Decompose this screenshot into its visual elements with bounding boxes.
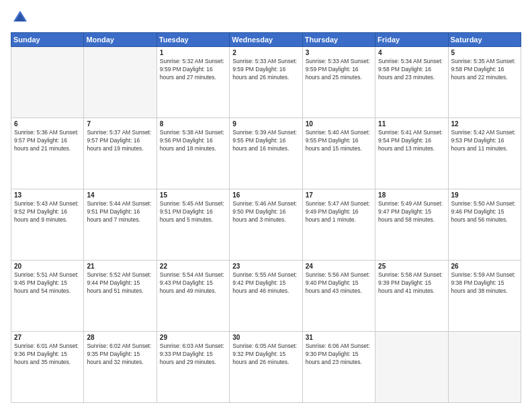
day-info: Sunrise: 5:51 AM Sunset: 9:45 PM Dayligh…	[14, 271, 81, 295]
calendar-cell	[84, 47, 157, 118]
day-info: Sunrise: 5:39 AM Sunset: 9:55 PM Dayligh…	[232, 129, 299, 153]
day-info: Sunrise: 5:35 AM Sunset: 9:58 PM Dayligh…	[451, 58, 518, 82]
day-number: 3	[306, 49, 372, 56]
calendar-cell: 15Sunrise: 5:45 AM Sunset: 9:51 PM Dayli…	[157, 189, 229, 261]
day-number: 24	[306, 263, 372, 270]
calendar-week-5: 27Sunrise: 6:01 AM Sunset: 9:36 PM Dayli…	[11, 332, 521, 403]
calendar-header-sunday: Sunday	[11, 33, 84, 47]
day-number: 9	[232, 120, 299, 128]
day-number: 26	[451, 263, 518, 270]
day-info: Sunrise: 5:40 AM Sunset: 9:55 PM Dayligh…	[306, 129, 372, 153]
calendar-cell	[11, 47, 84, 118]
day-number: 15	[160, 191, 226, 199]
calendar-cell: 17Sunrise: 5:47 AM Sunset: 9:49 PM Dayli…	[302, 189, 375, 261]
calendar-header-tuesday: Tuesday	[157, 33, 229, 47]
day-number: 11	[378, 120, 445, 128]
day-info: Sunrise: 6:06 AM Sunset: 9:30 PM Dayligh…	[306, 342, 372, 367]
day-info: Sunrise: 5:58 AM Sunset: 9:39 PM Dayligh…	[378, 271, 445, 295]
day-number: 29	[160, 334, 226, 341]
day-info: Sunrise: 5:44 AM Sunset: 9:51 PM Dayligh…	[87, 200, 153, 224]
calendar-cell: 12Sunrise: 5:42 AM Sunset: 9:53 PM Dayli…	[448, 118, 521, 189]
calendar-cell: 23Sunrise: 5:55 AM Sunset: 9:42 PM Dayli…	[230, 261, 302, 332]
calendar-table: SundayMondayTuesdayWednesdayThursdayFrid…	[11, 32, 521, 403]
day-number: 20	[14, 263, 81, 270]
logo-icon	[11, 8, 30, 27]
day-number: 23	[232, 263, 299, 270]
day-number: 22	[160, 263, 226, 270]
day-info: Sunrise: 5:47 AM Sunset: 9:49 PM Dayligh…	[306, 200, 372, 224]
day-info: Sunrise: 6:02 AM Sunset: 9:35 PM Dayligh…	[87, 342, 153, 367]
header	[11, 8, 521, 27]
calendar-cell: 3Sunrise: 5:33 AM Sunset: 9:59 PM Daylig…	[302, 47, 375, 118]
calendar-header-row: SundayMondayTuesdayWednesdayThursdayFrid…	[11, 33, 521, 47]
calendar-header-thursday: Thursday	[302, 33, 375, 47]
calendar-cell: 14Sunrise: 5:44 AM Sunset: 9:51 PM Dayli…	[84, 189, 157, 261]
day-number: 19	[451, 191, 518, 199]
day-info: Sunrise: 5:32 AM Sunset: 9:59 PM Dayligh…	[160, 58, 226, 82]
day-number: 30	[232, 334, 299, 341]
calendar-week-4: 20Sunrise: 5:51 AM Sunset: 9:45 PM Dayli…	[11, 261, 521, 332]
calendar-cell: 25Sunrise: 5:58 AM Sunset: 9:39 PM Dayli…	[375, 261, 448, 332]
day-number: 12	[451, 120, 518, 128]
day-info: Sunrise: 5:59 AM Sunset: 9:38 PM Dayligh…	[451, 271, 518, 295]
day-info: Sunrise: 6:03 AM Sunset: 9:33 PM Dayligh…	[160, 342, 226, 367]
day-info: Sunrise: 6:05 AM Sunset: 9:32 PM Dayligh…	[232, 342, 299, 367]
day-number: 17	[306, 191, 372, 199]
day-number: 13	[14, 191, 81, 199]
calendar-header-wednesday: Wednesday	[230, 33, 302, 47]
day-number: 7	[87, 120, 153, 128]
page: SundayMondayTuesdayWednesdayThursdayFrid…	[0, 0, 532, 411]
calendar-cell: 13Sunrise: 5:43 AM Sunset: 9:52 PM Dayli…	[11, 189, 84, 261]
day-info: Sunrise: 5:55 AM Sunset: 9:42 PM Dayligh…	[232, 271, 299, 295]
calendar-cell: 11Sunrise: 5:41 AM Sunset: 9:54 PM Dayli…	[375, 118, 448, 189]
calendar-cell: 27Sunrise: 6:01 AM Sunset: 9:36 PM Dayli…	[11, 332, 84, 403]
calendar-cell: 30Sunrise: 6:05 AM Sunset: 9:32 PM Dayli…	[230, 332, 302, 403]
calendar-cell: 10Sunrise: 5:40 AM Sunset: 9:55 PM Dayli…	[302, 118, 375, 189]
calendar-cell: 18Sunrise: 5:49 AM Sunset: 9:47 PM Dayli…	[375, 189, 448, 261]
day-info: Sunrise: 5:41 AM Sunset: 9:54 PM Dayligh…	[378, 129, 445, 153]
calendar-cell: 8Sunrise: 5:38 AM Sunset: 9:56 PM Daylig…	[157, 118, 229, 189]
calendar-cell: 28Sunrise: 6:02 AM Sunset: 9:35 PM Dayli…	[84, 332, 157, 403]
day-number: 10	[306, 120, 372, 128]
day-info: Sunrise: 5:52 AM Sunset: 9:44 PM Dayligh…	[87, 271, 153, 295]
day-number: 27	[14, 334, 81, 341]
calendar-cell: 16Sunrise: 5:46 AM Sunset: 9:50 PM Dayli…	[230, 189, 302, 261]
calendar-cell: 9Sunrise: 5:39 AM Sunset: 9:55 PM Daylig…	[230, 118, 302, 189]
calendar-cell: 19Sunrise: 5:50 AM Sunset: 9:46 PM Dayli…	[448, 189, 521, 261]
day-number: 25	[378, 263, 445, 270]
day-number: 16	[232, 191, 299, 199]
calendar-header-friday: Friday	[375, 33, 448, 47]
day-info: Sunrise: 5:33 AM Sunset: 9:59 PM Dayligh…	[232, 58, 299, 82]
day-number: 18	[378, 191, 445, 199]
calendar-header-saturday: Saturday	[448, 33, 521, 47]
day-info: Sunrise: 5:46 AM Sunset: 9:50 PM Dayligh…	[232, 200, 299, 224]
day-number: 28	[87, 334, 153, 341]
day-number: 8	[160, 120, 226, 128]
day-info: Sunrise: 5:54 AM Sunset: 9:43 PM Dayligh…	[160, 271, 226, 295]
calendar-cell: 5Sunrise: 5:35 AM Sunset: 9:58 PM Daylig…	[448, 47, 521, 118]
calendar-cell: 31Sunrise: 6:06 AM Sunset: 9:30 PM Dayli…	[302, 332, 375, 403]
day-info: Sunrise: 5:34 AM Sunset: 9:58 PM Dayligh…	[378, 58, 445, 82]
day-info: Sunrise: 5:37 AM Sunset: 9:57 PM Dayligh…	[87, 129, 153, 153]
calendar-cell: 21Sunrise: 5:52 AM Sunset: 9:44 PM Dayli…	[84, 261, 157, 332]
day-number: 1	[160, 49, 226, 56]
calendar-cell	[448, 332, 521, 403]
calendar-cell: 29Sunrise: 6:03 AM Sunset: 9:33 PM Dayli…	[157, 332, 229, 403]
calendar-cell: 1Sunrise: 5:32 AM Sunset: 9:59 PM Daylig…	[157, 47, 229, 118]
calendar-cell: 2Sunrise: 5:33 AM Sunset: 9:59 PM Daylig…	[230, 47, 302, 118]
calendar-cell: 20Sunrise: 5:51 AM Sunset: 9:45 PM Dayli…	[11, 261, 84, 332]
day-info: Sunrise: 6:01 AM Sunset: 9:36 PM Dayligh…	[14, 342, 81, 367]
day-info: Sunrise: 5:45 AM Sunset: 9:51 PM Dayligh…	[160, 200, 226, 224]
day-number: 4	[378, 49, 445, 56]
day-number: 21	[87, 263, 153, 270]
calendar-cell	[375, 332, 448, 403]
day-info: Sunrise: 5:42 AM Sunset: 9:53 PM Dayligh…	[451, 129, 518, 153]
day-number: 2	[232, 49, 299, 56]
day-info: Sunrise: 5:33 AM Sunset: 9:59 PM Dayligh…	[306, 58, 372, 82]
day-info: Sunrise: 5:38 AM Sunset: 9:56 PM Dayligh…	[160, 129, 226, 153]
calendar-cell: 24Sunrise: 5:56 AM Sunset: 9:40 PM Dayli…	[302, 261, 375, 332]
day-number: 5	[451, 49, 518, 56]
calendar-cell: 7Sunrise: 5:37 AM Sunset: 9:57 PM Daylig…	[84, 118, 157, 189]
day-info: Sunrise: 5:49 AM Sunset: 9:47 PM Dayligh…	[378, 200, 445, 224]
day-info: Sunrise: 5:56 AM Sunset: 9:40 PM Dayligh…	[306, 271, 372, 295]
